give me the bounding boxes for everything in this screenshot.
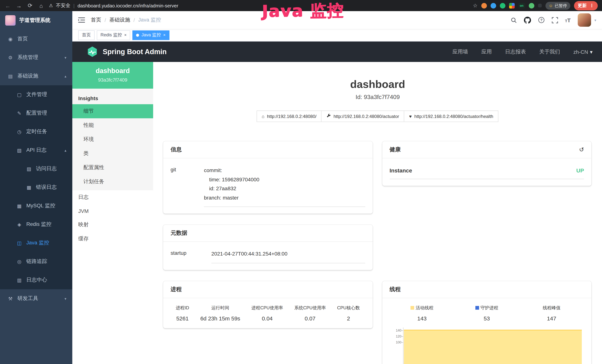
security-label: 不安全 — [56, 2, 70, 9]
sidebar-item-file-manage[interactable]: ▢ 文件管理 — [0, 85, 72, 104]
health-card-title: 健康 — [389, 146, 401, 153]
process-col-value: 0.04 — [251, 315, 283, 321]
extension-icon-green[interactable] — [500, 3, 505, 8]
sidebar-item-dev-tools[interactable]: ⚒ 研发工具 ▾ — [0, 289, 72, 308]
sba-nav-wallboard[interactable]: 应用墙 — [452, 48, 468, 55]
extension-icon-on-badge[interactable]: on — [518, 3, 525, 8]
sidebar-item-log-center[interactable]: ▥ 日志中心 — [0, 271, 72, 289]
sba-nav-applications[interactable]: 应用 — [482, 48, 492, 55]
tab-home[interactable]: 首页 — [78, 30, 95, 40]
legend-daemon-threads: 守护进程 53 — [454, 305, 519, 321]
process-col-system-cpu: 系统CPU使用率 0.07 — [294, 305, 326, 321]
sidebar-item-config-manage[interactable]: ✎ 配置管理 — [0, 104, 72, 122]
sba-logo-icon[interactable] — [86, 46, 98, 58]
browser-right-cluster: ☆ on ☺ 已暂停 更新 ⋮ — [473, 1, 598, 10]
tab-redis-monitor[interactable]: Redis 监控 × — [97, 30, 130, 40]
hamburger-icon[interactable] — [78, 17, 85, 23]
instance-links: ⌂ http://192.168.0.2:48080/ http://192.1… — [153, 110, 602, 122]
tab-java-monitor[interactable]: Java 监控 × — [133, 30, 169, 40]
github-icon[interactable] — [524, 17, 531, 23]
forward-icon[interactable]: → — [16, 2, 22, 9]
svg-text:?: ? — [540, 18, 542, 22]
chevron-down-icon: ▾ — [64, 297, 66, 300]
process-col-cores: CPU核心数 2 — [337, 305, 360, 321]
sba-item-details[interactable]: 细节 — [72, 104, 153, 118]
metadata-card: 元数据 startup 2021-04-27T00:44:31.254+08:0… — [163, 225, 373, 270]
sba-item-mappings[interactable]: 映射 — [72, 218, 153, 232]
app-shell: 芋道管理系统 ◉ 首页 ⚙ 系统管理 ▾ ▤ 基础设施 ▴ ▢ 文件管理 — [0, 11, 602, 364]
sidebar-item-system[interactable]: ⚙ 系统管理 ▾ — [0, 48, 72, 67]
instance-link-home[interactable]: ⌂ http://192.168.0.2:48080/ — [257, 110, 322, 122]
sba-locale-select[interactable]: zh-CN ▾ — [573, 49, 592, 55]
sba-item-logs[interactable]: 日志 — [72, 190, 153, 204]
fullscreen-icon[interactable] — [552, 17, 558, 23]
address-bar[interactable]: ⚠ 不安全 | dashboard.yudao.iocoder.cn/infra… — [49, 2, 178, 9]
bookmark-star-icon[interactable]: ☆ — [473, 3, 477, 9]
home-icon: ⌂ — [262, 114, 265, 119]
back-icon[interactable]: ← — [4, 2, 11, 9]
instance-link-health[interactable]: ♥ http://192.168.0.2:48080/actuator/heal… — [404, 110, 499, 122]
sidebar-item-api-log[interactable]: ▧ API 日志 ▴ — [0, 141, 72, 160]
sba-brand-title[interactable]: Spring Boot Admin — [103, 48, 167, 56]
process-col-header: 进程CPU使用率 — [251, 305, 283, 311]
help-icon[interactable]: ? — [538, 17, 545, 23]
status-badge: UP — [576, 167, 584, 173]
chevron-down-icon[interactable]: ▾ — [594, 18, 596, 22]
sidebar-item-tracing[interactable]: ◎ 链路追踪 — [0, 252, 72, 271]
extension-icon-leaf[interactable] — [529, 3, 534, 8]
sidebar-item-label: 日志中心 — [26, 277, 47, 283]
close-icon[interactable]: × — [163, 33, 166, 37]
sidebar-item-mysql-monitor[interactable]: ▦ MySQL 监控 — [0, 197, 72, 215]
search-icon[interactable] — [510, 17, 517, 23]
threads-card-header: 线程 — [382, 281, 591, 298]
sba-item-env[interactable]: 环境 — [72, 132, 153, 147]
sba-item-scheduled[interactable]: 计划任务 — [72, 175, 153, 189]
sba-nav-about[interactable]: 关于我们 — [539, 48, 560, 55]
profile-avatar[interactable] — [578, 13, 591, 27]
sidebar-item-infra[interactable]: ▤ 基础设施 ▴ — [0, 67, 72, 85]
breadcrumb-home[interactable]: 首页 — [91, 17, 101, 23]
sba-instance-block[interactable]: dashboard 93a3fc7f7409 — [72, 62, 153, 89]
paused-badge[interactable]: ☺ 已暂停 — [546, 2, 570, 10]
process-col-process-cpu: 进程CPU使用率 0.04 — [251, 305, 283, 321]
sidebar-item-home[interactable]: ◉ 首页 — [0, 30, 72, 48]
sba-item-jvm[interactable]: JVM — [72, 204, 153, 218]
extension-icon-fox[interactable] — [481, 3, 487, 8]
sidebar-item-label: 配置管理 — [26, 110, 47, 117]
extension-icon-grid[interactable] — [509, 3, 515, 8]
kebab-menu-icon[interactable]: ⋮ — [590, 3, 594, 8]
reload-icon[interactable]: ⟳ — [27, 2, 33, 9]
sidebar-item-access-log[interactable]: ▨ 访问日志 — [0, 160, 72, 178]
update-button-label: 更新 — [578, 2, 587, 9]
health-row-instance[interactable]: Instance UP — [389, 164, 584, 179]
sidebar-submenu-infra: ▢ 文件管理 ✎ 配置管理 ◷ 定时任务 ▧ API 日志 ▴ ▨ — [0, 85, 72, 289]
instance-link-actuator[interactable]: http://192.168.0.2:48080/actuator — [321, 110, 404, 122]
sidebar-item-scheduled-jobs[interactable]: ◷ 定时任务 — [0, 122, 72, 141]
process-col-value: 6d 23h 15m 59s — [200, 315, 240, 321]
close-icon[interactable]: × — [124, 33, 127, 37]
sidebar-item-label: 链路追踪 — [26, 258, 47, 265]
sidebar-item-java-monitor[interactable]: ◫ Java 监控 — [0, 234, 72, 252]
sidebar-item-error-log[interactable]: ▩ 错误日志 — [0, 178, 72, 197]
sba-item-metrics[interactable]: 性能 — [72, 118, 153, 132]
update-button[interactable]: 更新 ⋮ — [574, 1, 598, 10]
extension-icon-dark[interactable] — [538, 4, 542, 7]
home-icon[interactable]: ⌂ — [38, 2, 44, 9]
warning-icon: ⚠ — [49, 3, 53, 8]
sidebar-item-redis-monitor[interactable]: ◈ Redis 监控 — [0, 215, 72, 234]
app-logo[interactable]: 芋道管理系统 — [0, 11, 72, 30]
sidebar-item-label: 研发工具 — [17, 295, 38, 302]
history-icon[interactable]: ↺ — [579, 146, 584, 153]
legend-value: 53 — [454, 315, 519, 321]
sba-item-beans[interactable]: 类 — [72, 147, 153, 161]
process-col-value: 2 — [337, 315, 360, 321]
breadcrumb-section[interactable]: 基础设施 — [109, 17, 130, 23]
legend-swatch-yellow — [410, 306, 414, 310]
sba-item-configprops[interactable]: 配置属性 — [72, 161, 153, 175]
sba-nav-journal[interactable]: 日志报表 — [505, 48, 526, 55]
sidebar-item-label: 定时任务 — [26, 128, 47, 135]
legend-label-row: 守护进程 — [454, 305, 519, 311]
font-size-icon[interactable]: TT — [565, 17, 571, 23]
sba-item-caches[interactable]: 缓存 — [72, 232, 153, 246]
extension-icon-drop[interactable] — [491, 3, 496, 8]
